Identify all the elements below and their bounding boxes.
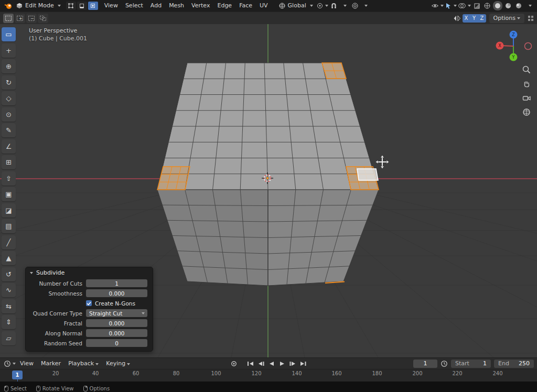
play-button[interactable]	[277, 360, 287, 368]
menu-vertex[interactable]: Vertex	[188, 0, 213, 12]
number-of-cuts-field[interactable]: 1	[86, 279, 147, 287]
blender-logo-icon[interactable]	[3, 1, 13, 10]
prev-keyframe-button[interactable]	[256, 360, 266, 368]
smoothness-field[interactable]: 0.000	[86, 289, 147, 297]
quad-corner-dropdown[interactable]: Straight Cut	[86, 309, 147, 317]
mode-dropdown[interactable]: Edit Mode	[13, 1, 63, 10]
shading-dropdown[interactable]	[524, 1, 534, 10]
play-reverse-button[interactable]	[267, 360, 276, 368]
overlays-caret-icon	[468, 5, 471, 7]
create-ngons-checkbox[interactable]	[86, 300, 92, 306]
tool-loop-cut[interactable]: ▤	[2, 219, 16, 233]
timeline-menu-marker[interactable]: Marker	[37, 358, 65, 369]
viewport-3d[interactable]: User Perspective (1) Cube | Cube.001 ▭+⊕…	[0, 24, 537, 357]
snap-settings-dropdown[interactable]	[340, 1, 349, 10]
selected-faces-top-right[interactable]	[322, 63, 346, 79]
playhead[interactable]: 1	[12, 371, 23, 379]
perspective-grid-icon[interactable]	[522, 107, 531, 117]
select-mode-subtract-button[interactable]: −	[26, 14, 37, 23]
snap-magnet-toggle[interactable]	[329, 1, 339, 10]
menu-face[interactable]: Face	[235, 0, 256, 12]
pan-hand-icon[interactable]	[522, 79, 531, 89]
tool-move[interactable]: ⊕	[2, 59, 16, 73]
cube-front-right-face[interactable]	[268, 190, 379, 286]
timeline-menu-playback[interactable]: Playback	[65, 358, 102, 369]
mirror-x-toggle[interactable]: X	[463, 14, 470, 23]
menu-view[interactable]: View	[101, 0, 122, 12]
tool-scale[interactable]: ◇	[2, 91, 16, 105]
tool-spin[interactable]: ↺	[2, 267, 16, 281]
shading-rendered-button[interactable]	[514, 1, 523, 10]
tool-edge-slide[interactable]: ⇆	[2, 299, 16, 313]
tool-cursor[interactable]: +	[2, 43, 16, 58]
cube-front-left-face[interactable]	[157, 190, 268, 286]
tool-select-box[interactable]: ▭	[2, 27, 16, 41]
proportional-edit-toggle[interactable]	[350, 1, 360, 10]
active-face[interactable]	[357, 169, 378, 180]
current-frame-field[interactable]: 1	[413, 360, 437, 368]
selected-faces-left[interactable]	[157, 167, 190, 190]
tool-inset-faces[interactable]: ▣	[2, 187, 16, 201]
tool-rotate[interactable]: ↻	[2, 75, 16, 90]
menu-mesh[interactable]: Mesh	[165, 0, 188, 12]
ruler-tick: 100	[208, 371, 224, 376]
editor-corner-icon[interactable]	[528, 15, 534, 21]
menu-select[interactable]: Select	[122, 0, 147, 12]
tool-add-cube[interactable]: ⊞	[2, 155, 16, 169]
mouse-left-icon	[4, 386, 8, 391]
tool-options-dropdown[interactable]: Options	[489, 14, 524, 23]
tool-poly-build[interactable]: ▲	[2, 251, 16, 265]
fractal-field[interactable]: 0.000	[86, 319, 147, 327]
timeline-menu-keying[interactable]: Keying	[102, 358, 134, 369]
tool-knife[interactable]: ╱	[2, 235, 16, 249]
object-origin-dot	[266, 177, 268, 179]
random-seed-field[interactable]: 0	[86, 339, 147, 347]
timeline-menu-view[interactable]: View	[16, 358, 37, 369]
tool-shear[interactable]: ▱	[2, 331, 16, 345]
show-overlays-toggle[interactable]	[458, 1, 471, 10]
mirror-z-toggle[interactable]: Z	[478, 14, 486, 23]
proportional-falloff-dropdown[interactable]	[361, 1, 370, 10]
shading-material-button[interactable]	[503, 1, 513, 10]
end-frame-field[interactable]: End250	[494, 360, 534, 368]
tool-annotate[interactable]: ✎	[2, 123, 16, 137]
tool-extrude-region[interactable]: ⇧	[2, 171, 16, 186]
tool-transform[interactable]: ⊙	[2, 107, 16, 122]
subdivide-panel-header[interactable]: Subdivide	[26, 267, 153, 278]
menu-uv[interactable]: UV	[256, 0, 272, 12]
menu-add[interactable]: Add	[147, 0, 165, 12]
pivot-point-dropdown[interactable]	[316, 1, 328, 10]
face-select-button[interactable]	[88, 2, 98, 10]
jump-to-start-button[interactable]	[246, 360, 255, 368]
menu-edge[interactable]: Edge	[213, 0, 235, 12]
next-keyframe-button[interactable]	[288, 360, 297, 368]
select-mode-intersect-button[interactable]	[38, 14, 48, 23]
show-gizmo-toggle[interactable]	[445, 1, 457, 10]
zoom-icon[interactable]	[522, 65, 531, 74]
along-normal-field[interactable]: 0.000	[86, 329, 147, 337]
shading-solid-button[interactable]	[493, 1, 502, 10]
camera-view-icon[interactable]	[522, 93, 531, 103]
select-mode-extend-button[interactable]: +	[15, 14, 25, 23]
gizmo-x-negative-axis[interactable]	[525, 43, 532, 50]
auto-keying-toggle[interactable]	[229, 360, 239, 368]
transform-orientation-dropdown[interactable]: Global	[276, 1, 316, 10]
editor-type-dropdown[interactable]	[4, 359, 16, 368]
vertex-select-button[interactable]	[66, 2, 76, 10]
select-mode-set-button[interactable]	[3, 14, 14, 23]
object-visibility-dropdown[interactable]	[431, 1, 444, 10]
mirror-y-toggle[interactable]: Y	[470, 14, 478, 23]
timer-clock-icon[interactable]	[441, 360, 448, 367]
tool-measure[interactable]: ∠	[2, 139, 16, 154]
tool-bevel[interactable]: ◪	[2, 203, 16, 217]
smoothness-row: Smoothness 0.000	[26, 288, 153, 298]
shading-wireframe-button[interactable]	[482, 1, 492, 10]
navigation-gizmo[interactable]: Z X Y	[493, 27, 534, 68]
start-frame-field[interactable]: Start1	[451, 360, 491, 368]
tool-smooth[interactable]: ∿	[2, 283, 16, 297]
timeline-ruler[interactable]: 20 40 60 80 100 120 140 160 180 200 220 …	[0, 369, 537, 382]
jump-to-end-button[interactable]	[298, 360, 308, 368]
tool-shrink-fatten[interactable]: ⇕	[2, 315, 16, 329]
xray-toggle[interactable]	[472, 1, 481, 10]
edge-select-button[interactable]	[77, 2, 87, 10]
